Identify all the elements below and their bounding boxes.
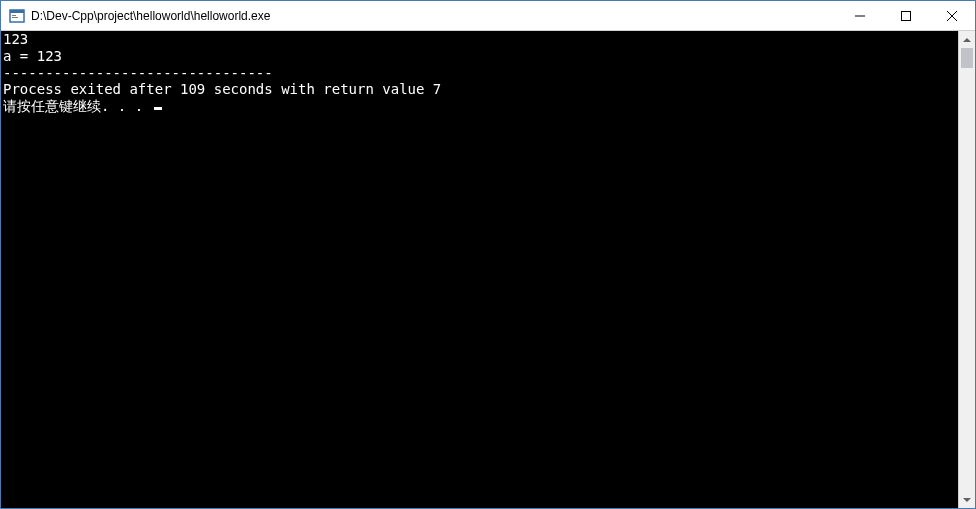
close-icon <box>947 11 957 21</box>
output-line: a = 123 <box>3 48 62 64</box>
console-area: 123 a = 123 ----------------------------… <box>1 31 975 508</box>
scroll-thumb[interactable] <box>961 48 973 68</box>
application-icon <box>9 8 25 24</box>
output-line: 123 <box>3 31 28 47</box>
minimize-button[interactable] <box>837 1 883 30</box>
vertical-scrollbar[interactable] <box>958 31 975 508</box>
chevron-down-icon <box>963 498 971 502</box>
chevron-up-icon <box>963 38 971 42</box>
continue-prompt: 请按任意键继续. . . <box>3 98 152 114</box>
maximize-icon <box>901 11 911 21</box>
svg-rect-5 <box>902 11 911 20</box>
maximize-button[interactable] <box>883 1 929 30</box>
window-title: D:\Dev-Cpp\project\helloworld\helloworld… <box>31 9 837 23</box>
console-output[interactable]: 123 a = 123 ----------------------------… <box>1 31 958 508</box>
svg-rect-3 <box>12 17 18 18</box>
text-cursor <box>154 107 162 110</box>
window-controls <box>837 1 975 30</box>
console-window: D:\Dev-Cpp\project\helloworld\helloworld… <box>0 0 976 509</box>
scroll-down-button[interactable] <box>959 491 975 508</box>
svg-rect-1 <box>10 10 24 13</box>
close-button[interactable] <box>929 1 975 30</box>
minimize-icon <box>855 11 865 21</box>
scroll-up-button[interactable] <box>959 31 975 48</box>
titlebar: D:\Dev-Cpp\project\helloworld\helloworld… <box>1 1 975 31</box>
svg-rect-2 <box>12 15 16 16</box>
exit-message: Process exited after 109 seconds with re… <box>3 81 441 97</box>
scroll-track[interactable] <box>959 48 975 491</box>
output-separator: -------------------------------- <box>3 65 273 81</box>
